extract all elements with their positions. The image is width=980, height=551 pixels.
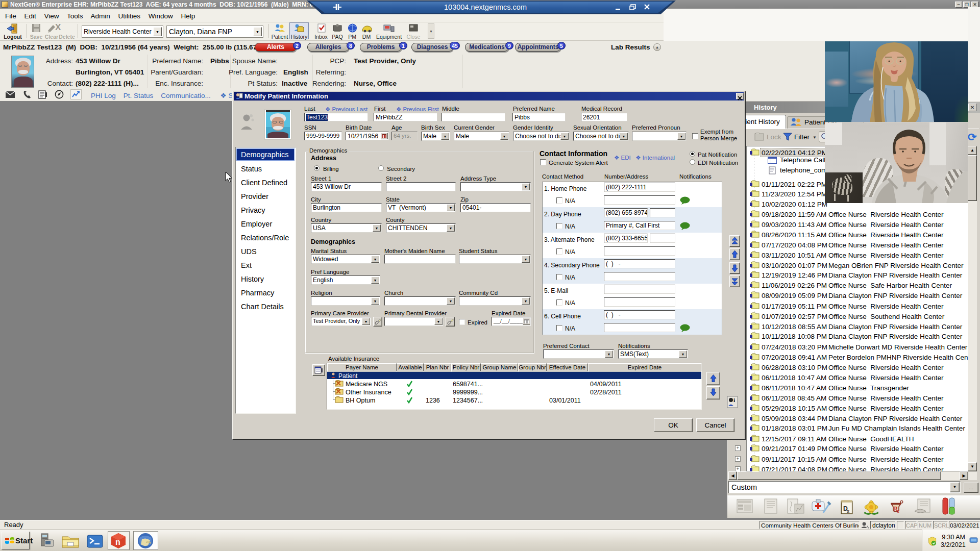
svg-text:x: x <box>897 509 899 514</box>
svg-text:x: x <box>847 509 850 514</box>
svg-text:i: i <box>733 397 735 403</box>
svg-text:n: n <box>115 538 120 546</box>
